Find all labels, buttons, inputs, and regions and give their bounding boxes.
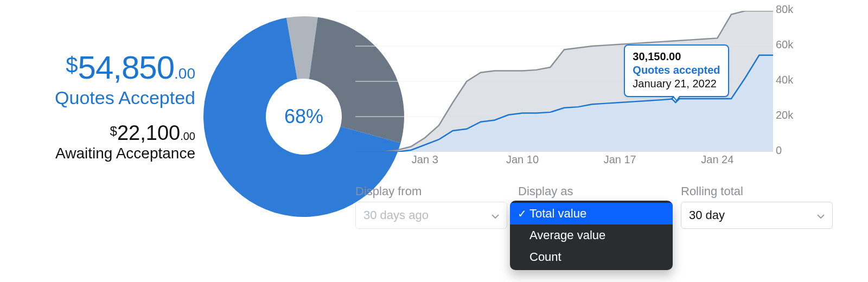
tooltip-value: 30,150.00: [633, 50, 720, 63]
option-label: Total value: [529, 207, 664, 221]
primary-amount-major: 54,850: [78, 49, 175, 86]
primary-amount-cents: .00: [174, 65, 195, 82]
secondary-label: Awaiting Acceptance: [11, 145, 195, 162]
check-icon: ✓: [518, 207, 529, 220]
y-tick-label: 0: [776, 144, 782, 157]
y-tick-label: 80k: [776, 3, 793, 16]
chevron-down-icon: [816, 210, 826, 220]
x-tick-label: Jan 17: [604, 153, 636, 166]
x-tick-label: Jan 3: [412, 153, 438, 166]
control-label: Display as: [518, 184, 670, 198]
display-from-value: 30 days ago: [363, 208, 429, 222]
summary-panel: $54,850.00 Quotes Accepted $22,100.00 Aw…: [11, 49, 195, 162]
x-tick-label: Jan 10: [506, 153, 539, 166]
control-label: Display from: [355, 184, 507, 198]
y-axis: 80k60k40k20k0: [776, 10, 808, 153]
control-label: Rolling total: [681, 184, 833, 198]
y-tick-label: 20k: [776, 109, 793, 121]
secondary-amount: $22,100.00: [11, 121, 195, 145]
display-as-option[interactable]: Count: [510, 246, 673, 268]
primary-amount: $54,850.00: [11, 49, 195, 86]
y-tick-label: 40k: [776, 74, 793, 86]
control-display-from: Display from 30 days ago: [355, 184, 507, 229]
option-label: Count: [529, 250, 664, 264]
display-from-select[interactable]: 30 days ago: [355, 202, 507, 229]
primary-amount-currency: $: [66, 53, 78, 76]
control-rolling-total: Rolling total 30 day: [681, 184, 833, 229]
tooltip-series: Quotes accepted: [633, 63, 720, 77]
chevron-down-icon: [490, 210, 500, 220]
secondary-amount-currency: $: [110, 124, 117, 138]
dashboard-widget: $54,850.00 Quotes Accepted $22,100.00 Aw…: [0, 0, 868, 282]
x-axis: Jan 3Jan 10Jan 17Jan 24: [355, 153, 773, 170]
y-tick-label: 60k: [776, 39, 793, 51]
tooltip-date: January 21, 2022: [633, 77, 720, 91]
primary-label: Quotes Accepted: [11, 87, 195, 108]
secondary-amount-major: 22,100: [117, 121, 180, 144]
secondary-amount-cents: .00: [180, 130, 195, 142]
x-tick-label: Jan 24: [701, 153, 733, 166]
chart-tooltip: 30,150.00 Quotes accepted January 21, 20…: [624, 44, 729, 97]
rolling-total-value: 30 day: [689, 208, 725, 222]
display-as-menu[interactable]: ✓Total valueAverage valueCount: [510, 201, 673, 270]
option-label: Average value: [529, 228, 664, 242]
rolling-total-select[interactable]: 30 day: [681, 202, 833, 229]
display-as-option[interactable]: Average value: [510, 225, 673, 246]
display-as-option[interactable]: ✓Total value: [510, 203, 673, 225]
